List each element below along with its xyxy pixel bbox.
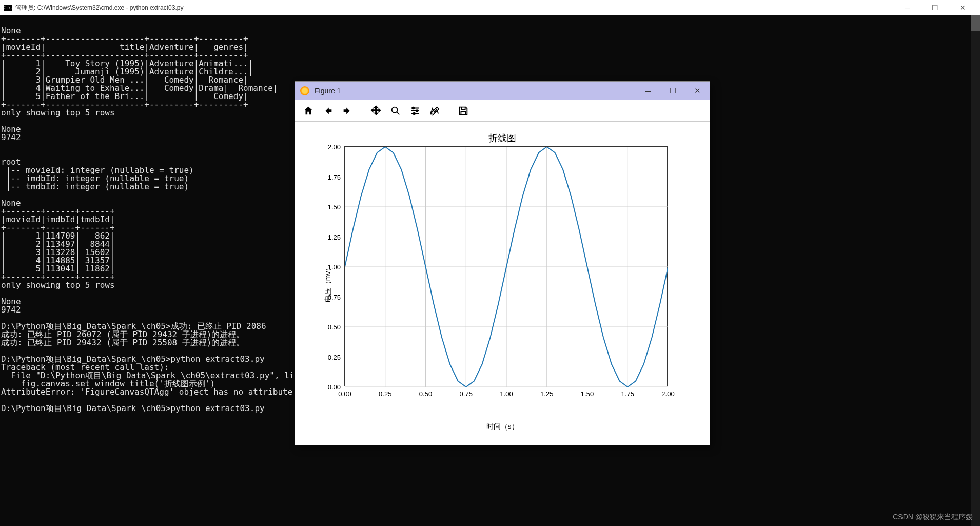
- y-tick-label: 1.25: [328, 233, 341, 241]
- svg-point-0: [392, 107, 398, 112]
- back-icon[interactable]: [320, 103, 336, 119]
- y-tick-label: 0.75: [328, 293, 341, 301]
- scrollbar-thumb[interactable]: [971, 15, 980, 31]
- chart-title: 折线图: [295, 132, 710, 144]
- svg-point-2: [416, 110, 418, 112]
- figure-window-title: Figure 1: [315, 87, 341, 95]
- x-tick-label: 0.75: [460, 390, 473, 398]
- figure-titlebar[interactable]: Figure 1 ─ ☐ ✕: [295, 82, 710, 100]
- window-title: 管理员: C:\Windows\System32\cmd.exe - pytho…: [15, 4, 183, 12]
- figure-close-button[interactable]: ✕: [685, 82, 710, 100]
- y-tick-label: 2.00: [328, 143, 341, 151]
- pan-icon[interactable]: [368, 103, 384, 119]
- x-tick-label: 1.25: [540, 390, 553, 398]
- zoom-icon[interactable]: [387, 103, 404, 119]
- svg-point-3: [413, 112, 415, 114]
- x-tick-label: 0.50: [419, 390, 432, 398]
- plot-area[interactable]: 折线图 电压（mv） 时间（s） 0.000.250.500.751.001.2…: [295, 122, 710, 445]
- forward-icon[interactable]: [339, 103, 356, 119]
- scrollbar[interactable]: [971, 15, 980, 526]
- window-titlebar: C:\. 管理员: C:\Windows\System32\cmd.exe - …: [0, 0, 980, 15]
- edit-icon[interactable]: [426, 103, 443, 119]
- figure-minimize-button[interactable]: ─: [636, 82, 660, 100]
- x-tick-label: 0.00: [338, 390, 351, 398]
- maximize-button[interactable]: ☐: [926, 4, 944, 12]
- chart-svg: [345, 147, 668, 387]
- svg-point-1: [413, 107, 415, 109]
- y-tick-label: 0.50: [328, 323, 341, 331]
- watermark-text: CSDN @狻猊来当程序媛: [893, 513, 973, 522]
- x-tick-label: 1.75: [621, 390, 634, 398]
- figure-window-controls: ─ ☐ ✕: [636, 82, 710, 100]
- save-icon[interactable]: [455, 103, 472, 119]
- configure-icon[interactable]: [407, 103, 423, 119]
- matplotlib-icon: [300, 86, 309, 95]
- minimize-button[interactable]: ─: [898, 4, 916, 12]
- chart-axes: 0.000.250.500.751.001.251.501.752.00 0.0…: [344, 146, 668, 386]
- x-tick-label: 2.00: [661, 390, 674, 398]
- window-controls: ─ ☐ ✕: [898, 4, 976, 12]
- x-tick-label: 1.50: [581, 390, 594, 398]
- y-tick-label: 1.75: [328, 173, 341, 181]
- cmd-icon: C:\.: [4, 5, 12, 11]
- home-icon[interactable]: [300, 103, 317, 119]
- matplotlib-figure-window: Figure 1 ─ ☐ ✕ 折线图 电压（mv） 时间（s） 0.000.25…: [295, 81, 710, 445]
- x-axis-label: 时间（s）: [295, 422, 710, 432]
- matplotlib-toolbar: [295, 100, 710, 122]
- close-button[interactable]: ✕: [953, 4, 972, 12]
- x-tick-label: 1.00: [500, 390, 513, 398]
- figure-maximize-button[interactable]: ☐: [660, 82, 685, 100]
- y-tick-label: 0.25: [328, 353, 341, 361]
- y-tick-label: 1.00: [328, 263, 341, 271]
- x-tick-label: 0.25: [379, 390, 391, 398]
- y-tick-label: 1.50: [328, 203, 341, 211]
